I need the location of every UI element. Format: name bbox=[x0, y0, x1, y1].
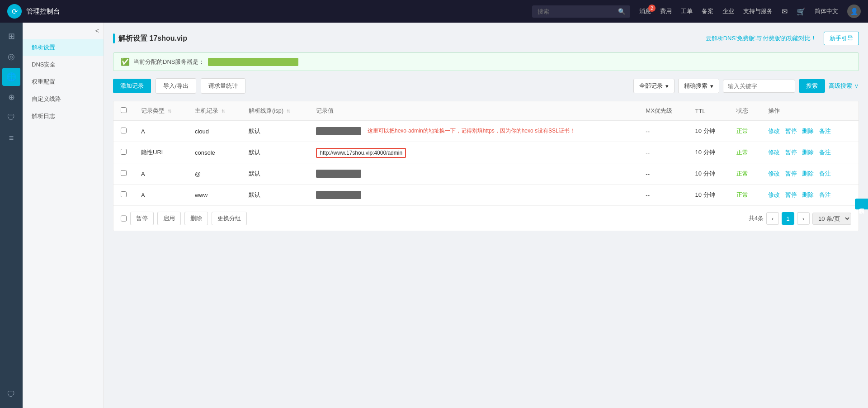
search-type-select[interactable]: 精确搜索 ▾ bbox=[678, 79, 719, 93]
import-export-button[interactable]: 导入/导出 bbox=[156, 78, 196, 94]
batch-pause-button[interactable]: 暂停 bbox=[130, 212, 154, 225]
value-cell: 这里可以把hexo-admin的地址换一下，记得别填https，因为你的hexo… bbox=[309, 121, 638, 142]
page-1-button[interactable]: 1 bbox=[782, 212, 794, 225]
delete-link[interactable]: 删除 bbox=[802, 128, 814, 134]
modify-link[interactable]: 修改 bbox=[768, 191, 780, 198]
value-masked bbox=[316, 191, 361, 199]
batch-enable-button[interactable]: 启用 bbox=[157, 212, 181, 225]
sidebar-item-dns-settings[interactable]: 解析设置 bbox=[23, 39, 104, 56]
line-cell: 默认 bbox=[241, 185, 309, 206]
modify-link[interactable]: 修改 bbox=[768, 149, 780, 156]
status-badge: 正常 bbox=[736, 191, 748, 198]
host-cell: www bbox=[188, 185, 241, 206]
sidebar-item-dns-security[interactable]: DNS安全 bbox=[23, 56, 104, 73]
nav-tickets[interactable]: 工单 bbox=[681, 7, 693, 15]
pause-link[interactable]: 暂停 bbox=[785, 149, 797, 156]
message-badge: 2 bbox=[648, 5, 656, 12]
cart-icon[interactable]: 🛒 bbox=[797, 7, 806, 16]
contact-panel[interactable]: 联系我们 bbox=[855, 199, 868, 209]
modify-link[interactable]: 修改 bbox=[768, 128, 780, 134]
mx-cell: -- bbox=[638, 142, 688, 163]
check-icon: ✅ bbox=[121, 57, 130, 66]
value-cell: http://www.17shou.vip:4000/admin bbox=[309, 142, 638, 163]
request-stats-button[interactable]: 请求量统计 bbox=[201, 78, 245, 94]
status-badge: 正常 bbox=[736, 128, 748, 134]
col-status: 状态 bbox=[729, 101, 761, 121]
keyword-search-input[interactable] bbox=[723, 80, 795, 93]
actions-cell: 修改 暂停 删除 备注 bbox=[761, 163, 859, 185]
pause-link[interactable]: 暂停 bbox=[785, 191, 797, 198]
nav-filing[interactable]: 备案 bbox=[702, 7, 713, 15]
logo-icon[interactable]: ⟳ bbox=[7, 4, 22, 19]
sidebar-icon-plus[interactable]: ⊕ bbox=[2, 88, 20, 106]
col-actions: 操作 bbox=[761, 101, 859, 121]
pause-link[interactable]: 暂停 bbox=[785, 128, 797, 134]
status-badge: 正常 bbox=[736, 149, 748, 156]
search-button[interactable]: 🔍 bbox=[613, 5, 630, 18]
sidebar-icon-shield2[interactable]: 🛡 bbox=[2, 385, 20, 403]
status-cell: 正常 bbox=[729, 163, 761, 185]
delete-link[interactable]: 删除 bbox=[802, 191, 814, 198]
note-link[interactable]: 备注 bbox=[819, 128, 831, 134]
value-masked bbox=[316, 127, 361, 135]
note-link[interactable]: 备注 bbox=[819, 170, 831, 177]
row-checkbox[interactable] bbox=[121, 128, 127, 133]
col-value: 记录值 bbox=[309, 101, 638, 121]
footer-checkbox[interactable] bbox=[121, 212, 127, 225]
status-cell: 正常 bbox=[729, 142, 761, 163]
host-cell: console bbox=[188, 142, 241, 163]
prev-page-button[interactable]: ‹ bbox=[766, 212, 779, 225]
mx-cell: -- bbox=[638, 185, 688, 206]
select-all-checkbox[interactable] bbox=[121, 107, 127, 113]
record-type-cell: A bbox=[134, 163, 188, 185]
batch-change-button[interactable]: 更换分组 bbox=[212, 212, 247, 225]
row-checkbox[interactable] bbox=[121, 149, 127, 155]
page-size-select[interactable]: 10 条/页 20 条/页 50 条/页 bbox=[812, 213, 851, 225]
nav-lang[interactable]: 简体中文 bbox=[815, 7, 838, 15]
search-btn[interactable]: 搜索 bbox=[799, 79, 825, 93]
next-page-button[interactable]: › bbox=[797, 212, 810, 225]
delete-link[interactable]: 删除 bbox=[802, 149, 814, 156]
note-link[interactable]: 备注 bbox=[819, 191, 831, 198]
avatar[interactable]: 👤 bbox=[847, 5, 861, 18]
sidebar-item-custom-line[interactable]: 自定义线路 bbox=[23, 90, 104, 108]
advanced-search-toggle[interactable]: 高级搜索 ∨ bbox=[829, 82, 859, 90]
sidebar-icon-list[interactable]: ≡ bbox=[2, 129, 20, 147]
note-link[interactable]: 备注 bbox=[819, 149, 831, 156]
nav-support[interactable]: 支持与服务 bbox=[743, 7, 773, 15]
sidebar-icon-circle[interactable]: ◎ bbox=[2, 47, 20, 66]
nav-message[interactable]: 消息 2 bbox=[639, 7, 651, 15]
delete-link[interactable]: 删除 bbox=[802, 170, 814, 177]
modify-link[interactable]: 修改 bbox=[768, 170, 780, 177]
annotation-text: 这里可以把hexo-admin的地址换一下，记得别填https，因为你的hexo… bbox=[368, 128, 575, 134]
pause-link[interactable]: 暂停 bbox=[785, 170, 797, 177]
col-line: 解析线路(isp) ⇅ bbox=[241, 101, 309, 121]
search-input[interactable] bbox=[532, 5, 613, 18]
guide-button[interactable]: 新手引导 bbox=[824, 32, 859, 45]
row-checkbox[interactable] bbox=[121, 170, 127, 176]
main-content: 解析设置 17shou.vip 云解析DNS'免费版'与'付费版'的功能对比！ … bbox=[104, 23, 868, 408]
sidebar-item-weight[interactable]: 权重配置 bbox=[23, 73, 104, 90]
actions-cell: 修改 暂停 删除 备注 bbox=[761, 121, 859, 142]
sidebar-icon-shield[interactable]: 🛡 bbox=[2, 109, 20, 127]
sidebar-item-dns-log[interactable]: 解析日志 bbox=[23, 108, 104, 125]
sidebar-icon-globe[interactable]: 🌐 bbox=[2, 68, 20, 86]
record-type-select[interactable]: 全部记录 ▾ bbox=[633, 79, 675, 93]
collapse-button[interactable]: < bbox=[23, 27, 104, 39]
mail-icon[interactable]: ✉ bbox=[782, 7, 788, 16]
status-cell: 正常 bbox=[729, 121, 761, 142]
logo-area: ⟳ 管理控制台 bbox=[7, 4, 98, 19]
top-nav: ⟳ 管理控制台 🔍 消息 2 费用 工单 备案 企业 支持与服务 ✉ 🛒 简体中… bbox=[0, 0, 868, 23]
toolbar-right: 全部记录 ▾ 精确搜索 ▾ 搜索 高级搜索 ∨ bbox=[633, 79, 859, 93]
col-ttl: TTL bbox=[688, 101, 729, 121]
toolbar: 添加记录 导入/导出 请求量统计 全部记录 ▾ 精确搜索 ▾ 搜索 高级搜索 ∨ bbox=[113, 78, 859, 94]
nav-fees[interactable]: 费用 bbox=[660, 7, 672, 15]
row-checkbox[interactable] bbox=[121, 191, 127, 197]
sidebar-icon-grid[interactable]: ⊞ bbox=[2, 27, 20, 45]
status-cell: 正常 bbox=[729, 185, 761, 206]
page-header: 解析设置 17shou.vip 云解析DNS'免费版'与'付费版'的功能对比！ … bbox=[113, 32, 859, 45]
batch-delete-button[interactable]: 删除 bbox=[184, 212, 208, 225]
add-record-button[interactable]: 添加记录 bbox=[113, 79, 151, 93]
comparison-link[interactable]: 云解析DNS'免费版'与'付费版'的功能对比！ bbox=[706, 34, 816, 43]
nav-enterprise[interactable]: 企业 bbox=[722, 7, 734, 15]
